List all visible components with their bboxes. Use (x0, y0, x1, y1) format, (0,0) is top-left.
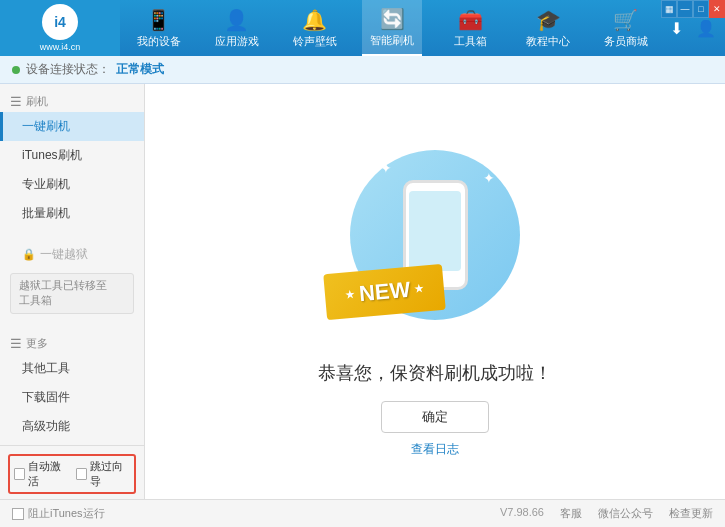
nav-merchant[interactable]: 🛒 务员商城 (596, 0, 656, 56)
sidebar: ☰ 刷机 一键刷机 iTunes刷机 专业刷机 批量刷机 🔒 一键越狱 越狱工具… (0, 84, 145, 499)
flash-section: ☰ 刷机 一键刷机 iTunes刷机 专业刷机 批量刷机 (0, 84, 144, 232)
my-device-label: 我的设备 (137, 34, 181, 49)
footer-right: V7.98.66 客服 微信公众号 检查更新 (500, 506, 713, 521)
itunes-checkbox[interactable] (12, 508, 24, 520)
apps-label: 应用游戏 (215, 34, 259, 49)
nav-smart-flash[interactable]: 🔄 智能刷机 (362, 0, 422, 56)
my-device-icon: 📱 (146, 8, 171, 32)
sidebar-disabled-jailbreak: 🔒 一键越狱 (0, 240, 144, 269)
more-group-icon: ☰ (10, 336, 22, 351)
merchant-icon: 🛒 (613, 8, 638, 32)
logo: i4 www.i4.cn (0, 0, 120, 56)
status-indicator (12, 66, 20, 74)
skip-guide-checkbox[interactable]: 跳过向导 (76, 459, 130, 489)
main-content: ✦ ✦ ✦ ★ NEW ★ 恭喜您，保资料刷机成功啦！ 确定 查看日志 (145, 84, 725, 499)
sidebar-item-itunes-flash[interactable]: iTunes刷机 (0, 141, 144, 170)
signal-icon: ▦ (661, 0, 677, 18)
sidebar-item-batch-flash[interactable]: 批量刷机 (0, 199, 144, 228)
status-bar: 设备连接状态： 正常模式 (0, 56, 725, 84)
footer-wechat-link[interactable]: 微信公众号 (598, 506, 653, 521)
close-btn[interactable]: ✕ (709, 0, 725, 18)
flash-group-title: ☰ 刷机 (0, 88, 144, 112)
sidebar-item-download-firmware[interactable]: 下载固件 (0, 383, 144, 412)
version-text: V7.98.66 (500, 506, 544, 521)
header-controls: ⬇ 👤 (665, 17, 725, 39)
sidebar-item-one-key-flash[interactable]: 一键刷机 (0, 112, 144, 141)
star-left-icon: ★ (345, 288, 357, 303)
success-message: 恭喜您，保资料刷机成功啦！ (318, 361, 552, 385)
auto-options-row: 自动激活 跳过向导 (8, 454, 136, 494)
toolbox-label: 工具箱 (454, 34, 487, 49)
nav-apps-games[interactable]: 👤 应用游戏 (207, 0, 267, 56)
sparkle-2-icon: ✦ (483, 170, 495, 186)
nav-toolbox[interactable]: 🧰 工具箱 (440, 0, 500, 56)
footer: 阻止iTunes运行 V7.98.66 客服 微信公众号 检查更新 (0, 499, 725, 527)
more-group-title: ☰ 更多 (0, 330, 144, 354)
smart-flash-icon: 🔄 (380, 7, 405, 31)
confirm-button[interactable]: 确定 (381, 401, 489, 433)
auto-activate-check[interactable] (14, 468, 25, 480)
flash-group-icon: ☰ (10, 94, 22, 109)
sidebar-item-advanced[interactable]: 高级功能 (0, 412, 144, 441)
nav-tutorial[interactable]: 🎓 教程中心 (518, 0, 578, 56)
minimize-btn[interactable]: — (677, 0, 693, 18)
sidebar-item-pro-flash[interactable]: 专业刷机 (0, 170, 144, 199)
logo-icon: i4 (42, 4, 78, 40)
logo-subtitle: www.i4.cn (40, 42, 81, 52)
success-illustration: ✦ ✦ ✦ ★ NEW ★ (335, 125, 535, 345)
ringtones-label: 铃声壁纸 (293, 34, 337, 49)
maximize-btn[interactable]: □ (693, 0, 709, 18)
view-log-link[interactable]: 查看日志 (411, 441, 459, 458)
lock-icon: 🔒 (22, 248, 36, 261)
footer-customer-link[interactable]: 客服 (560, 506, 582, 521)
apps-icon: 👤 (224, 8, 249, 32)
jailbreak-note: 越狱工具已转移至 工具箱 (10, 273, 134, 314)
phone-screen (409, 191, 461, 271)
download-btn[interactable]: ⬇ (665, 17, 687, 39)
merchant-label: 务员商城 (604, 34, 648, 49)
main-nav: 📱 我的设备 👤 应用游戏 🔔 铃声壁纸 🔄 智能刷机 🧰 工具箱 🎓 (120, 0, 665, 56)
nav-my-device[interactable]: 📱 我的设备 (129, 0, 189, 56)
more-section: ☰ 更多 其他工具 下载固件 高级功能 (0, 326, 144, 445)
ringtones-icon: 🔔 (302, 8, 327, 32)
itunes-label: 阻止iTunes运行 (28, 506, 105, 521)
sidebar-item-other-tools[interactable]: 其他工具 (0, 354, 144, 383)
new-text: NEW (358, 277, 411, 307)
auto-activate-checkbox[interactable]: 自动激活 (14, 459, 68, 489)
tutorial-icon: 🎓 (536, 8, 561, 32)
star-right-icon: ★ (413, 282, 425, 297)
toolbox-icon: 🧰 (458, 8, 483, 32)
sparkle-1-icon: ✦ (380, 160, 392, 176)
smart-flash-label: 智能刷机 (370, 33, 414, 48)
user-btn[interactable]: 👤 (695, 17, 717, 39)
status-mode: 正常模式 (116, 61, 164, 78)
nav-ringtones[interactable]: 🔔 铃声壁纸 (285, 0, 345, 56)
skip-guide-check[interactable] (76, 468, 87, 480)
footer-left: 阻止iTunes运行 (12, 506, 105, 521)
window-controls: ▦ — □ ✕ (661, 0, 725, 18)
footer-check-update-link[interactable]: 检查更新 (669, 506, 713, 521)
tutorial-label: 教程中心 (526, 34, 570, 49)
status-label: 设备连接状态： (26, 61, 110, 78)
device-area: 自动激活 跳过向导 📱 iPhone 15 Pro Max 512GB iPho… (0, 445, 144, 499)
